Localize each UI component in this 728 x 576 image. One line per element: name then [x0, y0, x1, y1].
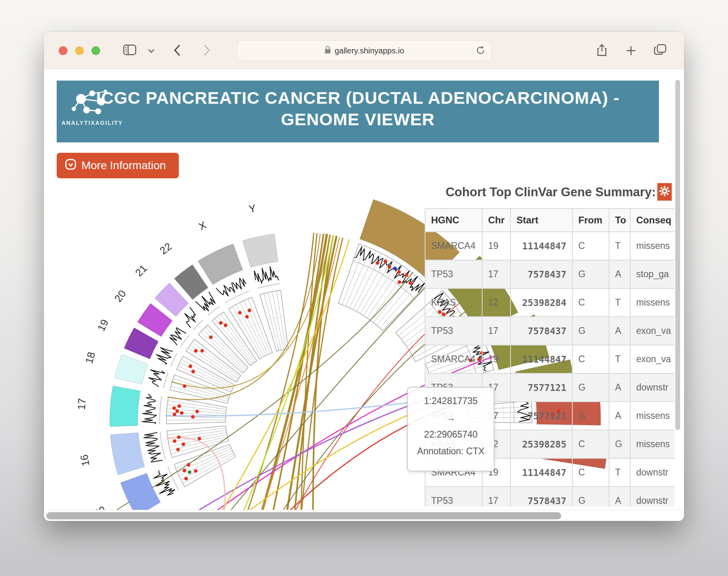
table-cell: C: [572, 232, 609, 260]
tooltip-to-position: 22:29065740: [408, 426, 494, 443]
zoom-window-button[interactable]: [91, 46, 100, 55]
tab-overview-icon[interactable]: [654, 44, 667, 57]
forward-icon[interactable]: [203, 44, 211, 58]
table-cell: 7578437: [510, 487, 572, 507]
table-cell: T: [609, 458, 630, 487]
table-cell: G: [572, 402, 609, 430]
table-cell: TP53: [425, 487, 482, 507]
table-cell: G: [572, 317, 609, 345]
col-header-from[interactable]: From: [572, 209, 609, 232]
col-header-conseq[interactable]: Conseq: [630, 209, 675, 232]
col-header-hgnc[interactable]: HGNC: [425, 209, 482, 232]
table-cell: missens: [630, 288, 675, 317]
content-divider: [44, 510, 684, 510]
table-cell: 17: [482, 317, 510, 345]
lock-icon: [324, 45, 331, 56]
table-cell: SMARCA4: [425, 232, 482, 260]
table-cell: exon_va: [630, 345, 675, 373]
table-cell: downstr: [630, 487, 675, 507]
table-cell: A: [609, 260, 630, 288]
table-cell: G: [572, 260, 609, 288]
table-cell: 25398284: [510, 288, 572, 317]
table-row[interactable]: TP53177578437GAexon_va: [425, 317, 675, 345]
table-cell: 19: [482, 232, 510, 260]
more-information-label: More Information: [81, 159, 166, 172]
chromosome-label: 20: [112, 288, 128, 304]
table-row[interactable]: SMARCA41911144847CTexon_va: [425, 345, 675, 373]
table-cell: KRAS: [425, 288, 482, 317]
table-cell: TP53: [425, 317, 482, 345]
table-cell: G: [572, 487, 609, 507]
table-cell: 19: [482, 345, 510, 373]
analytixagility-logo: ANALYTIXAGILITY: [61, 87, 121, 126]
minimize-window-button[interactable]: [75, 46, 84, 55]
reload-icon[interactable]: [475, 45, 486, 57]
table-cell: 7577121: [510, 402, 572, 430]
settings-gear-button[interactable]: [657, 183, 672, 201]
table-cell: T: [609, 345, 630, 373]
table-row[interactable]: TP53177578437GAdownstr: [425, 487, 675, 507]
vertical-scrollbar[interactable]: [675, 80, 680, 430]
share-icon[interactable]: [596, 44, 607, 58]
arrow-icon: →: [408, 409, 494, 426]
table-row[interactable]: TP53177578437GAstop_ga: [425, 260, 675, 288]
table-cell: 17: [482, 260, 510, 288]
table-cell: A: [609, 487, 630, 507]
table-cell: G: [609, 430, 630, 458]
back-icon[interactable]: [173, 44, 181, 58]
app-header: ANALYTIXAGILITY ICGC PANCREATIC CANCER (…: [57, 81, 659, 142]
table-cell: C: [572, 458, 609, 487]
table-cell: SMARCA4: [425, 345, 482, 373]
chromosome-label: 21: [133, 262, 150, 279]
address-bar[interactable]: gallery.shinyapps.io: [237, 40, 492, 61]
close-window-button[interactable]: [59, 46, 67, 55]
table-cell: downstr: [630, 458, 675, 487]
horizontal-scrollbar[interactable]: [46, 512, 561, 519]
chromosome-label: Y: [248, 202, 257, 215]
chromosome-label: 19: [95, 318, 111, 333]
url-text: gallery.shinyapps.io: [334, 46, 404, 55]
chromosome-label: 22: [157, 240, 174, 256]
table-cell: missens: [630, 402, 675, 430]
chromosome-label: X: [197, 219, 208, 233]
sidebar-toggle-icon[interactable]: [123, 44, 136, 57]
chromosome-label: 17: [75, 398, 88, 410]
disclosure-icon: [65, 158, 77, 173]
table-row[interactable]: SMARCA41911144847CTmissens: [425, 232, 675, 260]
table-cell: downstr: [630, 373, 675, 402]
table-cell: 7577121: [510, 373, 572, 402]
chromosome-label: 18: [83, 351, 97, 365]
table-cell: 11144847: [510, 232, 572, 260]
table-cell: 17: [482, 487, 510, 507]
link-tooltip: 1:242817735 → 22:29065740 Annotation: CT…: [407, 387, 495, 471]
chromosome-label: 16: [78, 454, 92, 467]
chevron-down-icon[interactable]: [148, 48, 155, 55]
table-cell: T: [609, 288, 630, 317]
table-cell: 7578437: [510, 317, 572, 345]
table-cell: G: [572, 373, 609, 402]
table-cell: TP53: [425, 260, 482, 288]
gear-icon: [659, 185, 671, 199]
table-cell: C: [572, 430, 609, 458]
table-cell: C: [572, 288, 609, 317]
table-row[interactable]: KRAS1225398284CTmissens: [425, 288, 675, 317]
more-information-button[interactable]: More Information: [57, 153, 179, 178]
col-header-start[interactable]: Start: [510, 209, 572, 232]
col-header-to[interactable]: To: [609, 209, 630, 232]
table-cell: 7578437: [510, 260, 572, 288]
table-cell: exon_va: [630, 317, 675, 345]
table-cell: A: [609, 402, 630, 430]
table-cell: missens: [630, 232, 675, 260]
new-tab-icon[interactable]: [626, 45, 636, 57]
page-title: ICGC PANCREATIC CANCER (DUCTAL ADENOCARC…: [57, 81, 659, 130]
logo-text: ANALYTIXAGILITY: [61, 120, 113, 126]
tooltip-annotation: Annotation: CTX: [408, 443, 494, 460]
table-cell: 12: [482, 288, 510, 317]
table-cell: C: [572, 345, 609, 373]
table-cell: stop_ga: [630, 260, 675, 288]
chromosome-label: 15: [94, 505, 109, 510]
browser-toolbar: gallery.shinyapps.io: [44, 32, 684, 69]
table-cell: A: [609, 373, 630, 402]
col-header-chr[interactable]: Chr: [482, 209, 510, 232]
summary-title: Cohort Top ClinVar Gene Summary:: [399, 185, 656, 199]
